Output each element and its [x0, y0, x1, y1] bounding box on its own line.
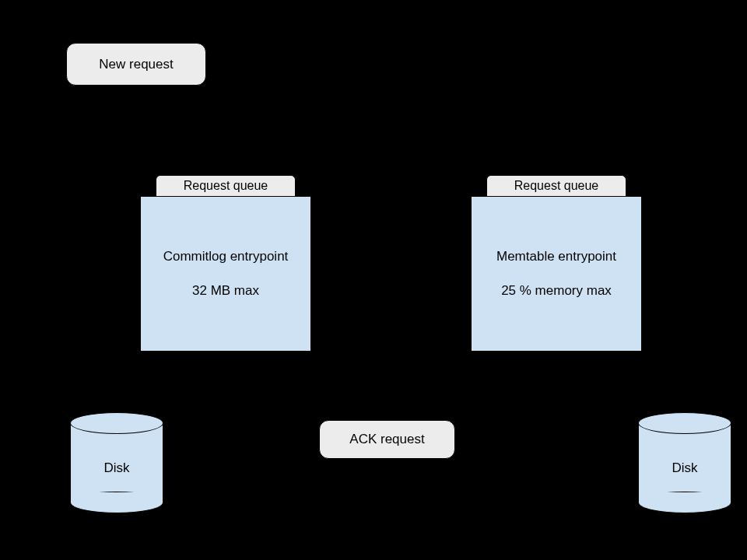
memtable-limit: 25 % memory max — [501, 283, 612, 299]
edge-memtable-to-ack — [416, 354, 556, 418]
ack-request-node: ACK request — [319, 420, 455, 459]
edge-newrequest-to-commitlog — [136, 86, 226, 173]
commitlog-limit: 32 MB max — [192, 283, 259, 299]
disk-left: Disk — [70, 412, 163, 513]
edge-memtable-to-disk — [607, 354, 685, 410]
commitlog-queue-body: Commitlog entrypoint 32 MB max — [140, 196, 311, 352]
disk-right: Disk — [638, 412, 731, 513]
commitlog-queue: Request queue Commitlog entrypoint 32 MB… — [140, 175, 311, 352]
memtable-queue-body: Memtable entrypoint 25 % memory max — [471, 196, 642, 352]
memtable-queue: Request queue Memtable entrypoint 25 % m… — [471, 175, 642, 352]
disk-right-label: Disk — [638, 460, 731, 476]
ack-request-label: ACK request — [349, 432, 424, 447]
new-request-node: New request — [66, 43, 206, 86]
new-request-label: New request — [99, 57, 173, 72]
memtable-title: Memtable entrypoint — [496, 249, 616, 264]
edge-commitlog-to-disk — [117, 354, 175, 410]
commitlog-title: Commitlog entrypoint — [163, 249, 289, 264]
memtable-queue-header: Request queue — [486, 175, 626, 196]
disk-left-label: Disk — [70, 460, 163, 476]
commitlog-queue-header: Request queue — [156, 175, 296, 196]
edge-commitlog-to-ack — [226, 354, 358, 418]
